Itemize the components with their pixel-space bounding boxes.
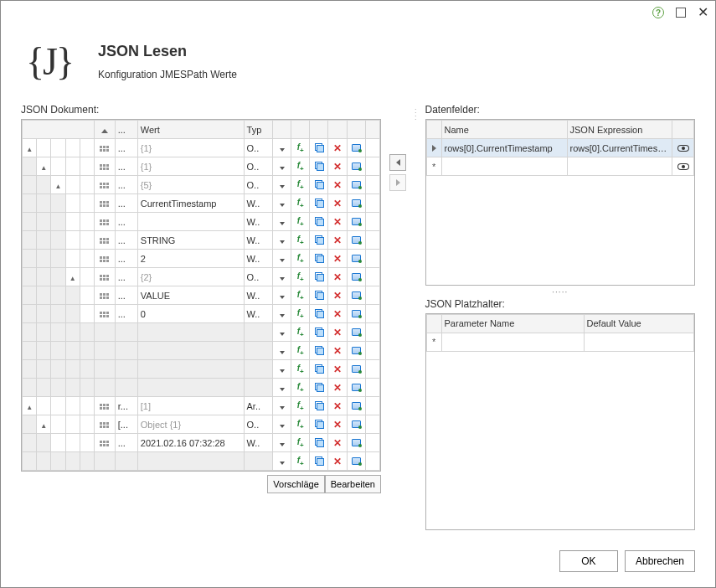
- tree-row[interactable]: ...VALUEW.. f+ ✕: [23, 286, 380, 305]
- fx-icon[interactable]: f+: [291, 250, 310, 268]
- fx-icon[interactable]: f+: [291, 342, 310, 360]
- dropdown-icon[interactable]: [272, 139, 291, 157]
- fx-icon[interactable]: f+: [291, 231, 310, 250]
- move-right-button[interactable]: [389, 174, 406, 191]
- delete-icon[interactable]: ✕: [328, 213, 347, 231]
- tree-value[interactable]: 2021.02.16 07:32:28: [137, 434, 244, 452]
- tree-row[interactable]: f+ ✕: [23, 379, 380, 397]
- copy-icon[interactable]: [310, 213, 328, 231]
- preview-icon[interactable]: [347, 213, 365, 231]
- delete-icon[interactable]: ✕: [328, 194, 347, 213]
- delete-icon[interactable]: ✕: [328, 176, 347, 194]
- dropdown-icon[interactable]: [272, 231, 291, 250]
- tree-row[interactable]: ...0W.. f+ ✕: [23, 305, 380, 323]
- sort-up-icon[interactable]: [101, 129, 108, 133]
- dropdown-icon[interactable]: [272, 323, 291, 342]
- delete-icon[interactable]: ✕: [328, 397, 347, 415]
- tree-row[interactable]: ▲r...[1]Ar.. f+ ✕: [23, 397, 380, 415]
- delete-icon[interactable]: ✕: [328, 434, 347, 452]
- tree-value[interactable]: {1}: [137, 139, 244, 157]
- col-param[interactable]: Parameter Name: [441, 314, 584, 333]
- tree-value[interactable]: STRING: [137, 231, 244, 250]
- copy-icon[interactable]: [310, 250, 328, 268]
- fx-icon[interactable]: f+: [291, 305, 310, 323]
- tree-value[interactable]: [137, 360, 244, 379]
- tree-row[interactable]: ...W.. f+ ✕: [23, 213, 380, 231]
- tree-value[interactable]: VALUE: [137, 286, 244, 305]
- preview-icon[interactable]: [347, 176, 365, 194]
- tree-value[interactable]: [137, 213, 244, 231]
- preview-icon[interactable]: [347, 194, 365, 213]
- copy-icon[interactable]: [310, 452, 328, 471]
- fx-icon[interactable]: f+: [291, 286, 310, 305]
- fx-icon[interactable]: f+: [291, 360, 310, 379]
- dropdown-icon[interactable]: [272, 452, 291, 471]
- delete-icon[interactable]: ✕: [328, 415, 347, 434]
- help-icon[interactable]: ?: [652, 7, 664, 18]
- preview-icon[interactable]: [347, 415, 365, 434]
- copy-icon[interactable]: [310, 286, 328, 305]
- col-default[interactable]: Default Value: [584, 314, 693, 333]
- copy-icon[interactable]: [310, 139, 328, 157]
- copy-icon[interactable]: [310, 268, 328, 286]
- tree-value[interactable]: {5}: [137, 176, 244, 194]
- datafield-new-row[interactable]: *: [426, 157, 693, 176]
- dropdown-icon[interactable]: [272, 157, 291, 176]
- expand-icon[interactable]: ▲: [40, 164, 47, 172]
- preview-icon[interactable]: [347, 379, 365, 397]
- copy-icon[interactable]: [310, 194, 328, 213]
- copy-icon[interactable]: [310, 379, 328, 397]
- dropdown-icon[interactable]: [272, 342, 291, 360]
- expand-icon[interactable]: ▲: [26, 146, 33, 153]
- dropdown-icon[interactable]: [272, 213, 291, 231]
- datafield-expr[interactable]: rows[0].CurrentTimestamp: [567, 139, 672, 157]
- ok-button[interactable]: OK: [559, 550, 618, 572]
- delete-icon[interactable]: ✕: [328, 139, 347, 157]
- preview-icon[interactable]: [347, 231, 365, 250]
- copy-icon[interactable]: [310, 397, 328, 415]
- dropdown-icon[interactable]: [272, 397, 291, 415]
- delete-icon[interactable]: ✕: [328, 323, 347, 342]
- col-typ[interactable]: Typ: [244, 121, 272, 139]
- tree-row[interactable]: ...STRINGW.. f+ ✕: [23, 231, 380, 250]
- copy-icon[interactable]: [310, 176, 328, 194]
- expand-icon[interactable]: ▲: [40, 422, 47, 430]
- fx-icon[interactable]: f+: [291, 452, 310, 471]
- preview-icon[interactable]: [347, 342, 365, 360]
- delete-icon[interactable]: ✕: [328, 250, 347, 268]
- fx-icon[interactable]: f+: [291, 213, 310, 231]
- preview-icon[interactable]: [347, 452, 365, 471]
- tree-value[interactable]: Object {1}: [137, 415, 244, 434]
- delete-icon[interactable]: ✕: [328, 286, 347, 305]
- tree-row[interactable]: ▲...{2}O.. f+ ✕: [23, 268, 380, 286]
- preview-icon[interactable]: [347, 434, 365, 452]
- fx-icon[interactable]: f+: [291, 397, 310, 415]
- dropdown-icon[interactable]: [272, 176, 291, 194]
- placeholder-grid[interactable]: Parameter Name Default Value *: [426, 314, 694, 370]
- fx-icon[interactable]: f+: [291, 157, 310, 176]
- dropdown-icon[interactable]: [272, 268, 291, 286]
- dropdown-icon[interactable]: [272, 434, 291, 452]
- col-expr[interactable]: JSON Expression: [567, 121, 672, 139]
- copy-icon[interactable]: [310, 342, 328, 360]
- eye-icon[interactable]: [677, 163, 689, 170]
- dropdown-icon[interactable]: [272, 286, 291, 305]
- copy-icon[interactable]: [310, 157, 328, 176]
- delete-icon[interactable]: ✕: [328, 379, 347, 397]
- preview-icon[interactable]: [347, 268, 365, 286]
- fx-icon[interactable]: f+: [291, 323, 310, 342]
- fx-icon[interactable]: f+: [291, 415, 310, 434]
- tree-row[interactable]: f+ ✕: [23, 342, 380, 360]
- copy-icon[interactable]: [310, 434, 328, 452]
- delete-icon[interactable]: ✕: [328, 342, 347, 360]
- placeholder-new-row[interactable]: *: [426, 333, 693, 351]
- datafield-row[interactable]: rows[0].CurrentTimestamp rows[0].Current…: [426, 139, 693, 157]
- tree-row[interactable]: ▲...{1}O.. f+ ✕: [23, 157, 380, 176]
- datafield-name[interactable]: rows[0].CurrentTimestamp: [441, 139, 567, 157]
- preview-icon[interactable]: [347, 139, 365, 157]
- tree-value[interactable]: 2: [137, 250, 244, 268]
- copy-icon[interactable]: [310, 323, 328, 342]
- tree-row[interactable]: ▲...{1}O.. f+ ✕: [23, 139, 380, 157]
- fx-icon[interactable]: f+: [291, 268, 310, 286]
- tree-value[interactable]: {2}: [137, 268, 244, 286]
